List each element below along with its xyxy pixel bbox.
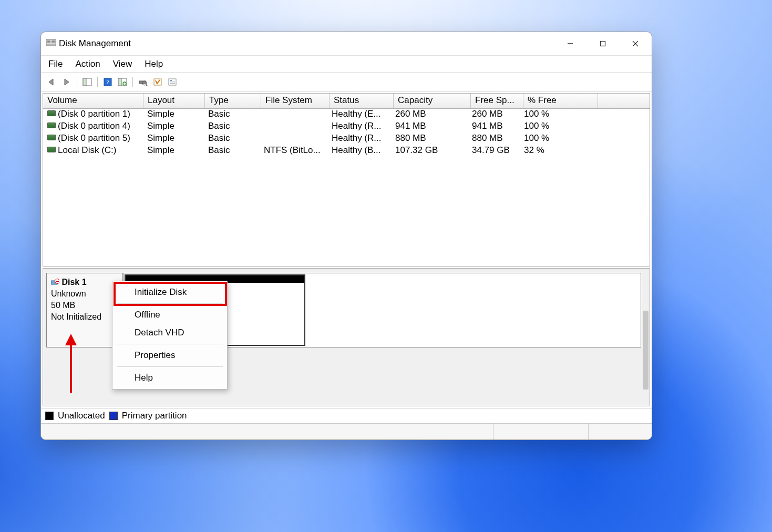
action-button[interactable] xyxy=(151,75,164,89)
menu-view[interactable]: View xyxy=(113,59,132,69)
menu-help[interactable]: Help xyxy=(145,59,163,69)
svg-rect-21 xyxy=(170,81,175,83)
column-header-layout[interactable]: Layout xyxy=(143,94,205,108)
toolbar: ? xyxy=(41,73,652,91)
toolbar-separator xyxy=(97,77,98,87)
svg-rect-22 xyxy=(170,83,175,84)
disk-size: 50 MB xyxy=(51,301,75,310)
context-menu-separator xyxy=(117,366,223,367)
window-controls xyxy=(554,32,652,55)
disk-state: Not Initialized xyxy=(51,312,101,321)
volume-icon xyxy=(47,122,56,128)
column-header-filesystem[interactable]: File System xyxy=(261,94,330,108)
window-title: Disk Management xyxy=(59,38,131,49)
menu-action[interactable]: Action xyxy=(75,59,100,69)
column-header-volume[interactable]: Volume xyxy=(43,94,143,108)
back-button[interactable] xyxy=(45,75,59,89)
context-menu-separator xyxy=(117,344,223,344)
context-menu-item-help[interactable]: Help xyxy=(112,369,227,387)
rescan-button[interactable] xyxy=(136,75,150,89)
column-header-pctfree[interactable]: % Free xyxy=(523,94,598,108)
volume-list-header: Volume Layout Type File System Status Ca… xyxy=(43,94,650,109)
svg-rect-13 xyxy=(118,78,121,86)
svg-rect-9 xyxy=(83,78,86,86)
legend-swatch-unallocated xyxy=(45,412,54,420)
legend: Unallocated Primary partition xyxy=(41,408,652,423)
menubar: File Action View Help xyxy=(41,56,652,73)
refresh-button[interactable] xyxy=(116,75,129,89)
volume-icon xyxy=(47,110,56,116)
titlebar: Disk Management xyxy=(41,32,652,56)
column-header-capacity[interactable]: Capacity xyxy=(394,94,471,108)
context-menu-separator xyxy=(117,303,223,304)
help-button[interactable]: ? xyxy=(101,75,115,89)
scrollbar-thumb[interactable] xyxy=(643,311,649,390)
context-menu-item-detach-vhd[interactable]: Detach VHD xyxy=(112,324,227,342)
legend-swatch-primary xyxy=(109,412,118,420)
volume-row[interactable]: (Disk 0 partition 4)SimpleBasicHealthy (… xyxy=(43,121,650,133)
legend-label-primary: Primary partition xyxy=(122,411,187,421)
context-menu-item-properties[interactable]: Properties xyxy=(112,346,227,364)
svg-text:?: ? xyxy=(107,79,109,85)
status-bar xyxy=(41,423,652,439)
svg-rect-20 xyxy=(170,80,172,81)
svg-rect-5 xyxy=(601,42,605,46)
disk-context-menu: Initialize DiskOfflineDetach VHDProperti… xyxy=(112,281,228,390)
close-button[interactable] xyxy=(619,32,652,55)
show-hide-console-tree-button[interactable] xyxy=(80,75,94,89)
properties-button[interactable] xyxy=(166,75,179,89)
disk-name: Disk 1 xyxy=(61,278,86,287)
maximize-button[interactable] xyxy=(586,32,619,55)
context-menu-item-offline[interactable]: Offline xyxy=(112,306,227,324)
legend-label-unallocated: Unallocated xyxy=(58,411,105,421)
forward-button[interactable] xyxy=(60,75,74,89)
menu-file[interactable]: File xyxy=(48,59,63,69)
column-header-type[interactable]: Type xyxy=(205,94,261,108)
volume-row[interactable]: Local Disk (C:)SimpleBasicNTFS (BitLo...… xyxy=(43,145,650,157)
volume-list[interactable]: Volume Layout Type File System Status Ca… xyxy=(43,93,650,267)
disk-status-icon xyxy=(51,278,61,287)
svg-rect-1 xyxy=(47,40,50,43)
svg-rect-2 xyxy=(52,40,55,43)
minimize-button[interactable] xyxy=(554,32,586,55)
column-header-status[interactable]: Status xyxy=(330,94,394,108)
disk-type: Unknown xyxy=(51,289,86,298)
context-menu-item-initialize-disk[interactable]: Initialize Disk xyxy=(112,283,227,301)
volume-row[interactable]: (Disk 0 partition 1)SimpleBasicHealthy (… xyxy=(43,109,650,121)
vertical-scrollbar[interactable] xyxy=(642,269,650,406)
toolbar-separator xyxy=(132,77,133,87)
volume-icon xyxy=(47,135,56,140)
app-icon xyxy=(46,38,56,49)
svg-rect-3 xyxy=(47,44,55,45)
column-header-freespace[interactable]: Free Sp... xyxy=(471,94,523,108)
volume-icon xyxy=(47,147,56,152)
toolbar-separator xyxy=(77,77,77,87)
volume-row[interactable]: (Disk 0 partition 5)SimpleBasicHealthy (… xyxy=(43,133,650,145)
svg-line-17 xyxy=(146,85,147,86)
